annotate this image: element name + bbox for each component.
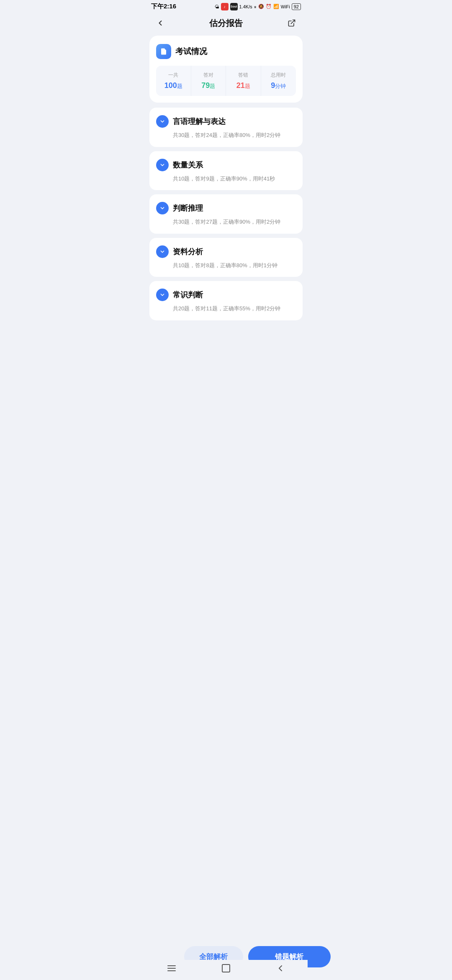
silent-icon: 🔕: [258, 4, 264, 9]
stat-correct-label: 答对: [203, 72, 213, 79]
music-icon: ♪: [221, 3, 229, 10]
main-content: 考试情况 一共 100题 答对 79题 答错 21题: [144, 36, 308, 375]
category-header-2: 判断推理: [156, 202, 296, 214]
stats-grid: 一共 100题 答对 79题 答错 21题 总用时 9分钟: [156, 66, 296, 96]
category-item-1[interactable]: 数量关系 共10题，答对9题，正确率90%，用时41秒: [149, 151, 303, 191]
exam-section-title: 考试情况: [175, 46, 207, 57]
chevron-icon-3: [156, 245, 169, 258]
stat-total-label: 一共: [168, 72, 178, 79]
exam-icon: [156, 44, 171, 59]
stat-wrong-label: 答错: [238, 72, 248, 79]
weather-icon: 🌤: [215, 4, 219, 9]
stat-correct: 答对 79题: [191, 66, 226, 96]
category-name-2: 判断推理: [173, 203, 203, 213]
chevron-icon-1: [156, 159, 169, 171]
category-name-1: 数量关系: [173, 160, 203, 170]
category-item-4[interactable]: 常识判断 共20题，答对11题，正确率55%，用时2分钟: [149, 281, 303, 320]
exam-overview-card: 考试情况 一共 100题 答对 79题 答错 21题: [149, 36, 303, 103]
svg-line-0: [291, 20, 295, 24]
category-header-0: 言语理解与表达: [156, 115, 296, 128]
signal-icon: 📶: [273, 4, 279, 9]
stat-correct-value: 79题: [201, 81, 215, 90]
category-name-3: 资料分析: [173, 247, 203, 257]
category-desc-2: 共30题，答对27题，正确率90%，用时2分钟: [173, 218, 296, 226]
category-item-0[interactable]: 言语理解与表达 共30题，答对24题，正确率80%，用时2分钟: [149, 108, 303, 147]
share-button[interactable]: [284, 15, 299, 31]
page-title: 估分报告: [168, 18, 284, 29]
chevron-icon-0: [156, 115, 169, 128]
alarm-icon: ⏰: [266, 4, 272, 9]
status-time: 下午2:16: [151, 3, 176, 10]
category-header-1: 数量关系: [156, 159, 296, 171]
chevron-icon-4: [156, 289, 169, 301]
status-bar: 下午2:16 🌤 ♪ Soul 1.4K/s ⁎ 🔕 ⏰ 📶 WiFi 92: [144, 0, 308, 12]
category-header-4: 常识判断: [156, 289, 296, 301]
status-icons: 🌤 ♪ Soul 1.4K/s ⁎ 🔕 ⏰ 📶 WiFi 92: [215, 3, 301, 10]
header: 估分报告: [144, 12, 308, 36]
battery: 92: [292, 3, 301, 10]
category-desc-3: 共10题，答对8题，正确率80%，用时1分钟: [173, 261, 296, 270]
chevron-icon-2: [156, 202, 169, 214]
section-header: 考试情况: [156, 44, 296, 59]
wifi-icon: WiFi: [281, 4, 290, 9]
stat-total: 一共 100题: [156, 66, 191, 96]
category-name-0: 言语理解与表达: [173, 116, 226, 126]
bluetooth-icon: ⁎: [254, 4, 257, 9]
stat-wrong: 答错 21题: [226, 66, 261, 96]
stat-total-value: 100题: [164, 81, 182, 90]
category-name-4: 常识判断: [173, 290, 203, 300]
category-header-3: 资料分析: [156, 245, 296, 258]
back-button[interactable]: [153, 15, 168, 31]
category-desc-4: 共20题，答对11题，正确率55%，用时2分钟: [173, 304, 296, 313]
stat-time-label: 总用时: [271, 72, 286, 79]
category-desc-1: 共10题，答对9题，正确率90%，用时41秒: [173, 175, 296, 183]
category-desc-0: 共30题，答对24题，正确率80%，用时2分钟: [173, 131, 296, 139]
soul-icon: Soul: [230, 3, 238, 10]
stat-time: 总用时 9分钟: [261, 66, 296, 96]
categories-container: 言语理解与表达 共30题，答对24题，正确率80%，用时2分钟 数量关系 共10…: [149, 108, 303, 320]
category-item-3[interactable]: 资料分析 共10题，答对8题，正确率80%，用时1分钟: [149, 238, 303, 277]
stat-time-value: 9分钟: [271, 81, 286, 90]
stat-wrong-value: 21题: [236, 81, 250, 90]
category-item-2[interactable]: 判断推理 共30题，答对27题，正确率90%，用时2分钟: [149, 194, 303, 234]
network-speed: 1.4K/s: [239, 4, 252, 9]
